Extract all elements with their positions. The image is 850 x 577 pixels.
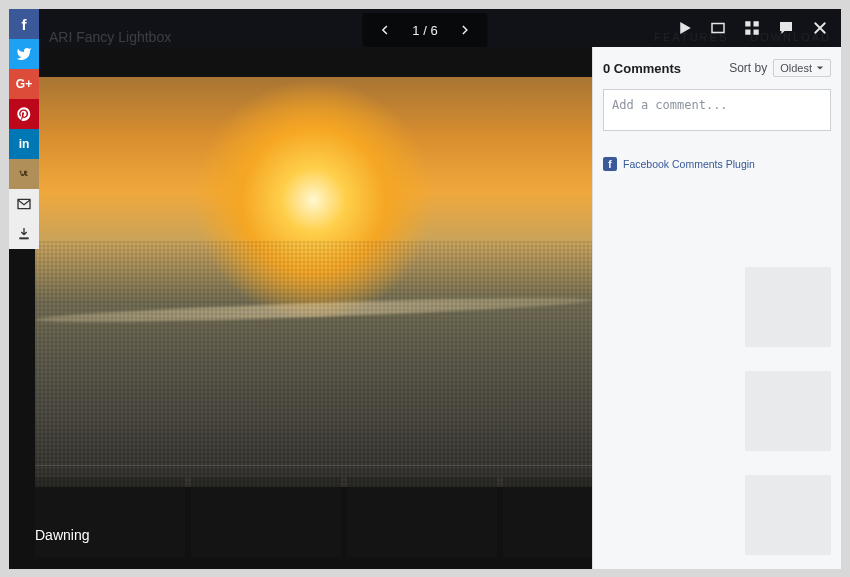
- prev-button[interactable]: [368, 13, 402, 47]
- counter-bar: 1 / 6: [362, 13, 487, 47]
- twitter-icon: [16, 46, 32, 62]
- facebook-icon: f: [603, 157, 617, 171]
- caret-down-icon: [816, 64, 824, 72]
- sort-value: Oldest: [780, 62, 812, 74]
- image-counter: 1 / 6: [402, 23, 447, 38]
- comments-footer: f Facebook Comments Plugin: [593, 149, 841, 179]
- lightbox-overlay: f G+ in: [9, 9, 841, 569]
- next-button[interactable]: [448, 13, 482, 47]
- comment-input[interactable]: [603, 89, 831, 131]
- sort-wrap: Sort by Oldest: [729, 59, 831, 77]
- fullscreen-icon: [709, 19, 727, 37]
- share-twitter-button[interactable]: [9, 39, 39, 69]
- share-linkedin-button[interactable]: in: [9, 129, 39, 159]
- comments-header: 0 Comments Sort by Oldest: [593, 47, 841, 89]
- googleplus-icon: G+: [16, 77, 32, 91]
- comment-input-wrap: [593, 89, 841, 149]
- chevron-right-icon: [459, 24, 471, 36]
- image-caption: Dawning: [35, 527, 89, 543]
- play-icon: [675, 19, 693, 37]
- share-googleplus-button[interactable]: G+: [9, 69, 39, 99]
- svg-rect-3: [745, 30, 750, 35]
- facebook-icon: f: [22, 16, 27, 33]
- fullscreen-button[interactable]: [701, 9, 735, 47]
- download-button[interactable]: [9, 219, 39, 249]
- svg-rect-4: [754, 30, 759, 35]
- thumbnail[interactable]: [191, 477, 341, 557]
- sort-select[interactable]: Oldest: [773, 59, 831, 77]
- comments-count: 0 Comments: [603, 61, 681, 76]
- share-vk-button[interactable]: [9, 159, 39, 189]
- thumbnail-strip: [35, 477, 592, 557]
- sunset-image: [35, 77, 592, 487]
- thumbnails-button[interactable]: [735, 9, 769, 47]
- svg-rect-2: [754, 21, 759, 26]
- linkedin-icon: in: [19, 137, 30, 151]
- comments-button[interactable]: [769, 9, 803, 47]
- thumbnail[interactable]: [35, 477, 185, 557]
- app-frame: ARI Fancy Lightbox FEATURES DOWNLOAD f G…: [9, 9, 841, 569]
- comments-panel: 0 Comments Sort by Oldest f Facebook Com…: [592, 47, 841, 569]
- social-share-rail: f G+ in: [9, 9, 39, 249]
- fb-comments-plugin-link[interactable]: Facebook Comments Plugin: [623, 158, 755, 170]
- email-icon: [16, 196, 32, 212]
- vk-icon: [16, 166, 32, 182]
- svg-rect-1: [745, 21, 750, 26]
- svg-rect-0: [712, 24, 724, 33]
- main-image[interactable]: [35, 77, 592, 487]
- chevron-left-icon: [379, 24, 391, 36]
- grid-icon: [743, 19, 761, 37]
- share-pinterest-button[interactable]: [9, 99, 39, 129]
- play-button[interactable]: [667, 9, 701, 47]
- pinterest-icon: [16, 106, 32, 122]
- download-icon: [16, 226, 32, 242]
- image-area: Dawning: [9, 47, 592, 569]
- share-facebook-button[interactable]: f: [9, 9, 39, 39]
- sort-label: Sort by: [729, 61, 767, 75]
- close-icon: [811, 19, 829, 37]
- thumbnail[interactable]: [347, 477, 497, 557]
- comment-icon: [777, 19, 795, 37]
- share-email-button[interactable]: [9, 189, 39, 219]
- close-button[interactable]: [803, 9, 837, 47]
